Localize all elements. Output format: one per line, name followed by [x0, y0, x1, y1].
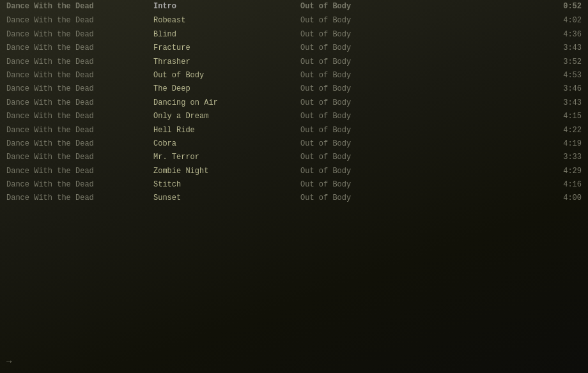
- track-album: Out of Body: [300, 15, 447, 26]
- track-title: Only a Dream: [153, 111, 300, 122]
- table-row[interactable]: Dance With the DeadDancing on AirOut of …: [0, 96, 588, 110]
- track-album: Out of Body: [300, 43, 447, 54]
- track-title: Stitch: [153, 179, 300, 190]
- track-duration: 4:22: [447, 125, 582, 136]
- track-album: Out of Body: [300, 152, 447, 163]
- track-title: Hell Ride: [153, 125, 300, 136]
- table-row[interactable]: Dance With the DeadSunsetOut of Body4:00: [0, 192, 588, 205]
- track-artist: Dance With the Dead: [6, 43, 153, 54]
- track-duration: 3:52: [447, 57, 582, 68]
- track-album: Out of Body: [300, 139, 447, 149]
- table-row[interactable]: Dance With the DeadHell RideOut of Body4…: [0, 124, 588, 137]
- track-album: Out of Body: [300, 57, 447, 68]
- track-duration: 4:29: [447, 166, 582, 177]
- track-title: Sunset: [153, 193, 300, 204]
- table-row[interactable]: Dance With the DeadOnly a DreamOut of Bo…: [0, 110, 588, 123]
- track-artist: Dance With the Dead: [6, 70, 153, 81]
- track-artist: Dance With the Dead: [6, 125, 153, 136]
- track-artist: Dance With the Dead: [6, 193, 153, 204]
- table-row[interactable]: Dance With the DeadMr. TerrorOut of Body…: [0, 151, 588, 164]
- track-artist: Dance With the Dead: [6, 179, 153, 190]
- track-duration: 4:19: [447, 139, 582, 149]
- track-title: Blind: [153, 29, 300, 40]
- track-title: Out of Body: [153, 70, 300, 81]
- table-row[interactable]: Dance With the DeadOut of BodyOut of Bod…: [0, 69, 588, 82]
- track-album: Out of Body: [300, 98, 447, 109]
- track-album: Out of Body: [300, 125, 447, 136]
- track-album: Out of Body: [300, 84, 447, 95]
- table-row[interactable]: Dance With the DeadStitchOut of Body4:16: [0, 178, 588, 192]
- track-artist: Dance With the Dead: [6, 166, 153, 177]
- track-duration: 3:46: [447, 84, 582, 95]
- track-artist: Dance With the Dead: [6, 98, 153, 109]
- track-title: Zombie Night: [153, 166, 300, 177]
- table-row[interactable]: Dance With the DeadBlindOut of Body4:36: [0, 28, 588, 42]
- track-artist: Dance With the Dead: [6, 139, 153, 149]
- track-list-header: Dance With the Dead Intro Out of Body 0:…: [0, 0, 588, 14]
- track-title: Cobra: [153, 139, 300, 149]
- track-artist: Dance With the Dead: [6, 84, 153, 95]
- track-album: Out of Body: [300, 179, 447, 190]
- bottom-arrow: →: [6, 356, 12, 367]
- track-duration: 4:15: [447, 111, 582, 122]
- track-album: Out of Body: [300, 193, 447, 204]
- track-duration: 3:33: [447, 152, 582, 163]
- track-artist: Dance With the Dead: [6, 111, 153, 122]
- track-album: Out of Body: [300, 70, 447, 81]
- header-album: Out of Body: [300, 1, 447, 12]
- header-duration: 0:52: [447, 1, 582, 12]
- track-title: Fracture: [153, 43, 300, 54]
- track-artist: Dance With the Dead: [6, 152, 153, 163]
- table-row[interactable]: Dance With the DeadRobeastOut of Body4:0…: [0, 14, 588, 27]
- track-duration: 4:16: [447, 179, 582, 190]
- header-title: Intro: [153, 1, 300, 12]
- track-duration: 4:00: [447, 193, 582, 204]
- track-title: Mr. Terror: [153, 152, 300, 163]
- track-list: Dance With the Dead Intro Out of Body 0:…: [0, 0, 588, 206]
- track-duration: 4:36: [447, 29, 582, 40]
- track-title: Robeast: [153, 15, 300, 26]
- table-row[interactable]: Dance With the DeadFractureOut of Body3:…: [0, 42, 588, 55]
- track-duration: 4:02: [447, 15, 582, 26]
- track-duration: 3:43: [447, 43, 582, 54]
- track-album: Out of Body: [300, 166, 447, 177]
- track-artist: Dance With the Dead: [6, 29, 153, 40]
- track-artist: Dance With the Dead: [6, 57, 153, 68]
- track-title: The Deep: [153, 84, 300, 95]
- track-duration: 4:53: [447, 70, 582, 81]
- table-row[interactable]: Dance With the DeadCobraOut of Body4:19: [0, 137, 588, 151]
- track-duration: 3:43: [447, 98, 582, 109]
- table-row[interactable]: Dance With the DeadZombie NightOut of Bo…: [0, 165, 588, 178]
- track-title: Thrasher: [153, 57, 300, 68]
- track-artist: Dance With the Dead: [6, 15, 153, 26]
- header-artist: Dance With the Dead: [6, 1, 153, 12]
- table-row[interactable]: Dance With the DeadThe DeepOut of Body3:…: [0, 82, 588, 96]
- track-album: Out of Body: [300, 29, 447, 40]
- track-title: Dancing on Air: [153, 98, 300, 109]
- table-row[interactable]: Dance With the DeadThrasherOut of Body3:…: [0, 56, 588, 69]
- track-album: Out of Body: [300, 111, 447, 122]
